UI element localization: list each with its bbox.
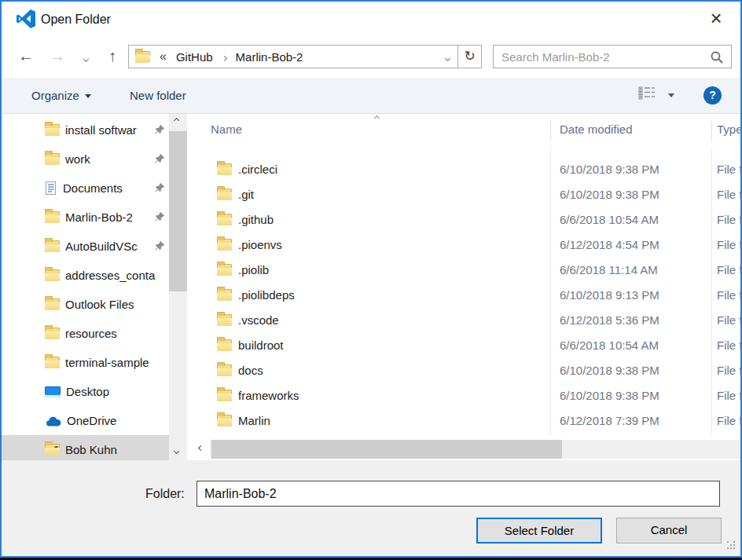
resize-grip-icon[interactable] — [727, 541, 736, 551]
chevron-down-icon — [85, 94, 91, 98]
folder-icon — [217, 214, 232, 225]
sidebar-item-outlook-files[interactable]: Outlook Files — [2, 290, 169, 319]
title-bar: Open Folder × — [2, 2, 740, 41]
sort-ascending-icon — [374, 115, 380, 121]
horizontal-scrollbar-thumb[interactable] — [211, 440, 562, 459]
help-button[interactable]: ? — [703, 86, 722, 104]
file-row-piolibdeps[interactable]: .piolibdeps 6/10/2018 9:13 PM File folde… — [196, 283, 740, 308]
organize-button[interactable]: Organize — [31, 78, 91, 113]
dialog-footer: Folder: Select Folder Cancel — [2, 460, 740, 556]
sidebar-item-addresses-contacts[interactable]: addresses_conta — [2, 261, 169, 290]
sidebar-item-marlin-bob-2[interactable]: Marlin-Bob-2 — [2, 203, 169, 232]
breadcrumb-current-folder[interactable]: Marlin-Bob-2 — [236, 50, 303, 64]
file-row-docs[interactable]: docs 6/10/2018 9:38 PM File folder — [196, 358, 740, 383]
file-row-github[interactable]: .github 6/6/2018 10:54 AM File folder — [196, 207, 740, 232]
file-row-frameworks[interactable]: frameworks 6/10/2018 9:38 PM File folder — [196, 383, 740, 408]
folder-icon — [45, 124, 60, 136]
column-header-type[interactable]: Type — [717, 123, 740, 136]
file-rows: .circleci 6/10/2018 9:38 PM File folder … — [196, 157, 740, 434]
scroll-down-icon[interactable] — [174, 448, 179, 454]
window-title: Open Folder — [41, 13, 111, 27]
sidebar-item-resources[interactable]: resources — [2, 319, 169, 348]
breadcrumb-collapse[interactable]: « — [160, 49, 167, 64]
folder-icon — [217, 188, 232, 200]
sidebar-item-work[interactable]: work — [2, 145, 169, 174]
pin-icon — [154, 124, 165, 135]
breadcrumb-github[interactable]: GitHub — [176, 50, 213, 64]
file-row-pioenvs[interactable]: .pioenvs 6/12/2018 4:54 PM File folder — [196, 232, 740, 258]
column-headers: Name Date modified Type — [196, 114, 740, 147]
scroll-up-icon[interactable] — [174, 118, 179, 123]
file-row-circleci[interactable]: .circleci 6/10/2018 9:38 PM File folder — [196, 157, 740, 182]
file-row-buildroot[interactable]: buildroot 6/6/2018 10:54 AM File folder — [196, 333, 740, 358]
folder-icon — [217, 314, 232, 326]
column-header-date-modified[interactable]: Date modified — [560, 123, 633, 136]
address-folder-icon — [135, 51, 150, 63]
view-dropdown-icon[interactable] — [668, 93, 674, 97]
select-folder-button[interactable]: Select Folder — [476, 518, 602, 544]
folder-icon — [45, 240, 60, 252]
search-input[interactable] — [494, 46, 731, 68]
vscode-icon — [17, 9, 35, 28]
sidebar-item-onedrive[interactable]: OneDrive — [2, 406, 169, 435]
onedrive-cloud-icon — [45, 415, 61, 426]
file-list: Name Date modified Type .circleci 6/10/2… — [196, 114, 740, 460]
sidebar-item-desktop[interactable]: Desktop — [2, 377, 169, 406]
new-folder-button[interactable]: New folder — [130, 78, 186, 113]
scroll-left-icon[interactable] — [198, 445, 204, 451]
search-box — [493, 45, 732, 68]
history-dropdown-icon[interactable] — [78, 41, 94, 72]
folder-icon — [45, 211, 60, 223]
address-dropdown-icon[interactable] — [437, 49, 457, 64]
details-view-icon[interactable] — [638, 86, 656, 100]
back-icon[interactable]: ← — [14, 41, 38, 72]
sidebar-item-bob-kuhn[interactable]: Bob Kuhn — [2, 435, 169, 460]
file-row-vscode[interactable]: .vscode 6/12/2018 5:36 PM File folder — [196, 308, 740, 333]
folder-icon — [217, 289, 232, 301]
chevron-right-icon[interactable] — [222, 49, 226, 64]
sidebar-item-autobuildvsc[interactable]: AutoBuildVSc — [2, 232, 169, 261]
folder-icon — [217, 390, 232, 401]
file-row-piolib[interactable]: .piolib 6/6/2018 11:14 AM File folder — [196, 258, 740, 283]
sidebar-item-documents[interactable]: Documents — [2, 174, 169, 203]
cancel-button[interactable]: Cancel — [616, 518, 722, 544]
desktop-icon — [45, 386, 61, 397]
folder-icon — [45, 298, 60, 310]
navigation-pane: install softwar work Documents — [2, 114, 169, 460]
folder-icon — [217, 264, 232, 276]
folder-icon — [45, 153, 60, 165]
navigation-bar: ← → ↑ « GitHub Marlin-Bob-2 ↻ — [2, 41, 740, 72]
folder-icon — [45, 269, 60, 281]
user-folder-icon — [45, 444, 60, 456]
folder-icon — [217, 239, 232, 251]
folder-icon — [217, 163, 232, 175]
pin-icon — [154, 182, 165, 193]
close-icon[interactable]: × — [703, 5, 729, 31]
folder-icon — [217, 415, 232, 426]
folder-name-input[interactable] — [197, 481, 720, 507]
file-row-marlin[interactable]: Marlin 6/12/2018 7:39 PM File folder — [196, 408, 740, 434]
pin-icon — [154, 211, 165, 222]
folder-icon — [217, 339, 232, 351]
folder-icon — [217, 364, 232, 376]
pin-icon — [154, 153, 165, 164]
refresh-icon[interactable]: ↻ — [457, 45, 482, 68]
sidebar-scrollbar-thumb[interactable] — [169, 131, 187, 291]
up-icon[interactable]: ↑ — [101, 41, 123, 72]
documents-icon — [45, 181, 57, 196]
column-header-name[interactable]: Name — [211, 123, 242, 136]
sidebar-item-install-software[interactable]: install softwar — [2, 115, 169, 145]
command-toolbar: Organize New folder ? — [2, 78, 740, 114]
forward-icon: → — [46, 41, 69, 72]
open-folder-dialog: Open Folder × ← → ↑ « GitHub Marlin-Bob-… — [0, 0, 742, 558]
dialog-body: install softwar work Documents — [2, 114, 740, 460]
sidebar-scrollbar[interactable] — [169, 114, 187, 460]
search-icon[interactable] — [710, 50, 724, 64]
folder-icon — [45, 357, 60, 368]
pin-icon — [154, 240, 165, 251]
folder-label: Folder: — [145, 487, 185, 501]
sidebar-item-terminal-sample[interactable]: terminal-sample — [2, 348, 169, 377]
horizontal-scrollbar[interactable] — [196, 440, 740, 459]
file-row-git[interactable]: .git 6/10/2018 9:38 PM File folder — [196, 182, 740, 207]
address-bar[interactable]: « GitHub Marlin-Bob-2 — [128, 45, 458, 68]
